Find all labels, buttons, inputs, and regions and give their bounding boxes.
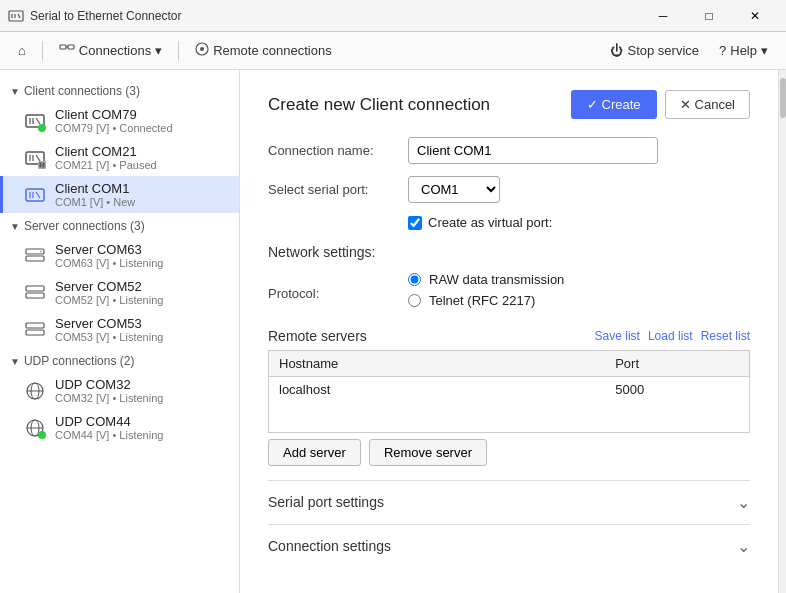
server-connections-section[interactable]: ▼ Server connections (3) [0,213,239,237]
connection-settings-section[interactable]: Connection settings ⌄ [268,524,750,568]
udp-com44-icon-wrap [23,416,47,440]
connections-arrow-icon: ▾ [155,43,162,58]
virtual-port-checkbox[interactable] [408,216,422,230]
status-dot-pause [38,161,46,169]
protocol-row: Protocol: RAW data transmission Telnet (… [268,272,750,314]
udp-com32-icon-wrap [23,379,47,403]
client-com21-icon-wrap [23,146,47,170]
help-arrow-icon: ▾ [761,43,768,58]
maximize-button[interactable]: □ [686,0,732,32]
sidebar-item-client-com21[interactable]: Client COM21 COM21 [V] • Paused [0,139,239,176]
sidebar-item-server-com52[interactable]: Server COM52 COM52 [V] • Listening [0,274,239,311]
virtual-port-row: Create as virtual port: [408,215,750,230]
stop-service-button[interactable]: ⏻ Stop service [602,39,707,62]
connection-name-label: Connection name: [268,143,408,158]
table-row: localhost 5000 [269,377,750,403]
remote-servers-block: Remote servers Save list Load list Reset… [268,328,750,466]
close-button[interactable]: ✕ [732,0,778,32]
virtual-port-label[interactable]: Create as virtual port: [428,215,552,230]
server-com52-name: Server COM52 [55,279,163,294]
server-icon-3 [23,318,47,342]
svg-rect-19 [26,189,44,201]
connection-settings-label: Connection settings [268,538,391,554]
sidebar-item-client-com1[interactable]: Client COM1 COM1 [V] • New [0,176,239,213]
server-com53-name: Server COM53 [55,316,163,331]
protocol-label: Protocol: [268,286,408,301]
help-icon: ? [719,43,726,58]
client-connections-section[interactable]: ▼ Client connections (3) [0,78,239,102]
sidebar-item-server-com53[interactable]: Server COM53 COM53 [V] • Listening [0,311,239,348]
server-com52-icon-wrap [23,281,47,305]
serial-port-control: COM1 COM2 COM3 COM4 [408,176,750,203]
reset-list-button[interactable]: Reset list [701,329,750,343]
udp-connections-section[interactable]: ▼ UDP connections (2) [0,348,239,372]
connections-button[interactable]: Connections ▾ [51,37,170,64]
client-icon-3 [23,183,47,207]
udp-com44-name: UDP COM44 [55,414,163,429]
svg-rect-17 [40,162,42,167]
cancel-button[interactable]: ✕ Cancel [665,90,750,119]
serial-port-settings-label: Serial port settings [268,494,384,510]
form-title: Create new Client connection [268,95,490,115]
serial-port-select[interactable]: COM1 COM2 COM3 COM4 [408,176,500,203]
svg-rect-28 [26,323,44,328]
svg-line-3 [18,14,20,18]
server-com53-icon-wrap [23,318,47,342]
remote-servers-title: Remote servers [268,328,367,344]
create-label: Create [602,97,641,112]
raw-label[interactable]: RAW data transmission [429,272,564,287]
telnet-radio[interactable] [408,294,421,307]
sidebar-item-client-com79[interactable]: Client COM79 COM79 [V] • Connected [0,102,239,139]
cancel-x-icon: ✕ [680,97,691,112]
hostname-cell: localhost [269,377,606,403]
raw-radio[interactable] [408,273,421,286]
scrollbar-thumb[interactable] [780,78,786,118]
client-com79-sub: COM79 [V] • Connected [55,122,173,134]
sidebar: ▼ Client connections (3) Client COM79 CO… [0,70,240,593]
toolbar: ⌂ Connections ▾ Remote connections ⏻ Sto… [0,32,786,70]
client-section-label: Client connections (3) [24,84,140,98]
client-com21-text: Client COM21 COM21 [V] • Paused [55,144,157,171]
home-button[interactable]: ⌂ [10,39,34,62]
server-section-label: Server connections (3) [24,219,145,233]
svg-line-22 [36,192,40,198]
server-com52-sub: COM52 [V] • Listening [55,294,163,306]
svg-point-8 [200,47,204,51]
port-header: Port [605,351,749,377]
svg-line-12 [36,118,40,124]
remove-server-button[interactable]: Remove server [369,439,487,466]
udp-com44-text: UDP COM44 COM44 [V] • Listening [55,414,163,441]
client-com79-text: Client COM79 COM79 [V] • Connected [55,107,173,134]
titlebar: Serial to Ethernet Connector ─ □ ✕ [0,0,786,32]
svg-rect-26 [26,286,44,291]
serial-port-row: Select serial port: COM1 COM2 COM3 COM4 [268,176,750,203]
protocol-control: RAW data transmission Telnet (RFC 2217) [408,272,750,314]
svg-point-25 [40,250,42,252]
server-com63-sub: COM63 [V] • Listening [55,257,163,269]
status-dot-green [38,124,46,132]
servers-table: Hostname Port localhost 5000 [268,350,750,433]
svg-rect-18 [43,162,45,167]
remote-connections-button[interactable]: Remote connections [187,38,340,63]
telnet-radio-row: Telnet (RFC 2217) [408,293,750,308]
scrollbar[interactable] [778,70,786,593]
sidebar-item-server-com63[interactable]: Server COM63 COM63 [V] • Listening [0,237,239,274]
load-list-button[interactable]: Load list [648,329,693,343]
server-com53-text: Server COM53 COM53 [V] • Listening [55,316,163,343]
client-com1-icon-wrap [23,183,47,207]
sidebar-item-udp-com44[interactable]: UDP COM44 COM44 [V] • Listening [0,409,239,446]
serial-port-settings-section[interactable]: Serial port settings ⌄ [268,480,750,524]
sidebar-item-udp-com32[interactable]: UDP COM32 COM32 [V] • Listening [0,372,239,409]
help-button[interactable]: ? Help ▾ [711,39,776,62]
content-area: Create new Client connection ✓ Create ✕ … [240,70,778,593]
toolbar-right: ⏻ Stop service ? Help ▾ [602,39,776,62]
minimize-button[interactable]: ─ [640,0,686,32]
telnet-label[interactable]: Telnet (RFC 2217) [429,293,535,308]
add-server-button[interactable]: Add server [268,439,361,466]
connection-name-input[interactable] [408,137,658,164]
connection-name-row: Connection name: [268,137,750,164]
udp-com32-text: UDP COM32 COM32 [V] • Listening [55,377,163,404]
save-list-button[interactable]: Save list [595,329,640,343]
window-controls: ─ □ ✕ [640,0,778,32]
create-button[interactable]: ✓ Create [571,90,657,119]
